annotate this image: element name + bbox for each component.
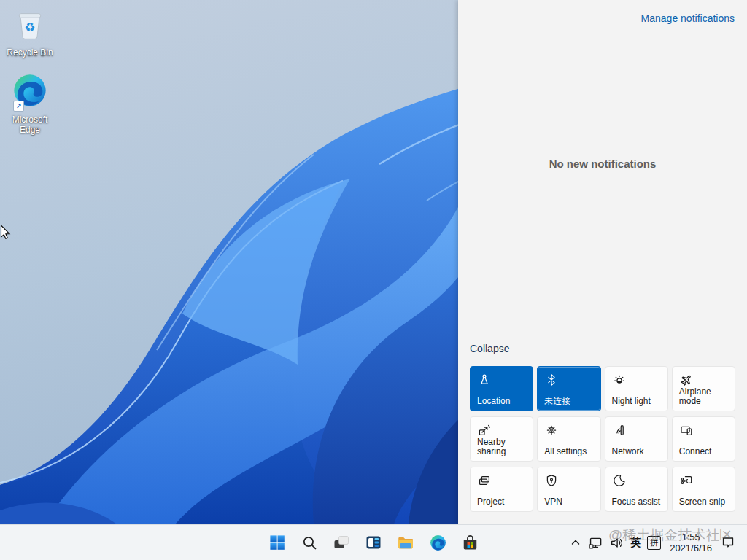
search-icon — [301, 534, 318, 551]
collapse-link[interactable]: Collapse — [470, 343, 509, 354]
taskbar-center-icons — [268, 525, 479, 560]
search-button[interactable] — [300, 533, 319, 552]
manage-notifications-link[interactable]: Manage notifications — [641, 12, 735, 24]
quick-action-bluetooth[interactable]: 未连接 — [537, 366, 600, 411]
gear-icon — [544, 423, 559, 438]
clock-button[interactable]: 1:55 2021/6/16 — [670, 532, 712, 553]
shortcut-arrow-icon: ↗ — [13, 101, 24, 112]
quick-action-focus-assist[interactable]: Focus assist — [605, 467, 668, 512]
windows-logo-icon — [268, 534, 286, 551]
quick-action-connect[interactable]: Connect — [672, 416, 735, 462]
quick-actions-grid: Location 未连接 Night light — [470, 366, 735, 512]
svg-text:♻: ♻ — [24, 20, 35, 34]
quick-action-screen-snip[interactable]: Screen snip — [672, 467, 735, 512]
edge-icon — [429, 534, 447, 552]
network-tray-button[interactable] — [588, 535, 603, 551]
quick-action-vpn[interactable]: VPN — [537, 467, 600, 512]
no-notifications-message: No new notifications — [458, 158, 747, 170]
night-light-icon — [612, 373, 627, 387]
task-view-icon — [333, 534, 350, 551]
action-center-button[interactable] — [721, 535, 735, 550]
quick-action-night-light[interactable]: Night light — [605, 366, 668, 411]
desktop-icon-label: Microsoft Edge — [1, 114, 58, 135]
tray-overflow-chevron[interactable] — [569, 536, 582, 549]
moon-icon — [612, 473, 627, 488]
tray-time: 1:55 — [681, 532, 700, 542]
nearby-sharing-icon — [477, 423, 492, 438]
ime-language-indicator[interactable]: 英 — [630, 536, 641, 550]
taskbar: 英 拼 1:55 2021/6/16 — [0, 524, 747, 560]
desktop-icon-label: Recycle Bin — [7, 47, 53, 58]
quick-action-airplane-mode[interactable]: Airplane mode — [672, 366, 735, 411]
task-view-button[interactable] — [332, 533, 351, 552]
bluetooth-icon — [544, 373, 559, 387]
quick-action-all-settings[interactable]: All settings — [537, 416, 600, 462]
action-center-icon — [721, 535, 735, 550]
chevron-up-icon — [569, 536, 582, 549]
start-button[interactable] — [268, 533, 287, 552]
edge-icon: ↗ — [11, 71, 49, 112]
network-signal-icon — [612, 423, 627, 438]
desktop: ♻ Recycle Bin ↗ Microsoft Edge Manage no… — [0, 0, 747, 560]
quick-action-project[interactable]: Project — [470, 467, 533, 512]
quick-action-location[interactable]: Location — [470, 366, 533, 411]
ethernet-network-icon — [588, 535, 603, 551]
speaker-icon — [609, 535, 624, 551]
project-screens-icon — [477, 473, 492, 488]
edge-button[interactable] — [428, 533, 447, 552]
tray-date: 2021/6/16 — [670, 542, 712, 553]
quick-action-nearby-sharing[interactable]: Nearby sharing — [470, 416, 533, 462]
mouse-cursor-icon — [0, 225, 15, 241]
file-explorer-icon — [396, 533, 415, 552]
widgets-button[interactable] — [364, 533, 383, 552]
widgets-icon — [365, 534, 382, 551]
desktop-icon-microsoft-edge[interactable]: ↗ Microsoft Edge — [1, 71, 58, 135]
connect-screens-icon — [679, 423, 694, 438]
volume-tray-button[interactable] — [609, 535, 624, 551]
ime-mode-button[interactable]: 拼 — [647, 536, 661, 550]
quick-action-network[interactable]: Network — [605, 416, 668, 462]
microsoft-store-button[interactable] — [460, 533, 479, 552]
airplane-icon — [679, 373, 694, 387]
ime-mode-box: 拼 — [647, 536, 661, 550]
system-tray: 英 拼 1:55 2021/6/16 — [569, 525, 735, 560]
scissors-snip-icon — [679, 473, 694, 488]
desktop-icon-recycle-bin[interactable]: ♻ Recycle Bin — [1, 7, 58, 58]
location-icon — [477, 373, 492, 387]
recycle-bin-icon: ♻ — [12, 7, 47, 45]
vpn-shield-icon — [544, 473, 559, 488]
microsoft-store-icon — [461, 534, 479, 552]
action-center-panel: Manage notifications No new notification… — [458, 0, 747, 524]
file-explorer-button[interactable] — [396, 533, 415, 552]
